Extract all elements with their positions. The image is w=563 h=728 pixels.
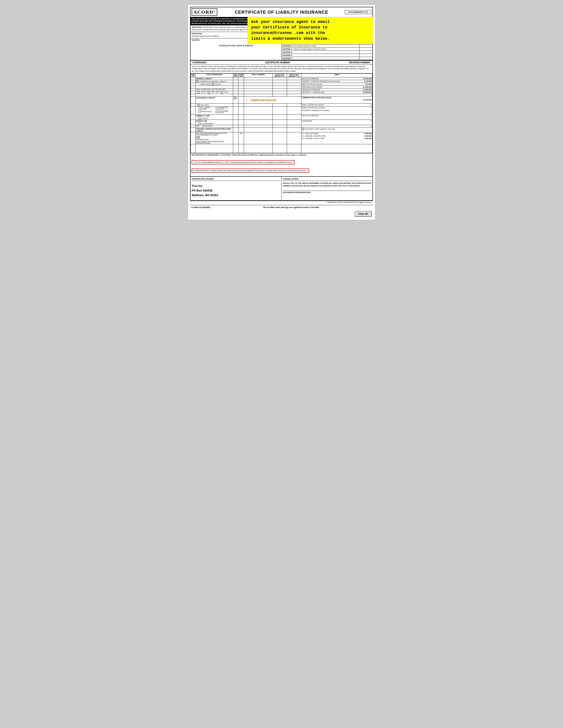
blank-auto-value: $ [371, 112, 372, 114]
el-disease-ea-label: E.L. DISEASE - EA EMPLOYEE [302, 135, 326, 137]
wc-subr [238, 128, 244, 132]
page: ACORD® CERTIFICATE OF LIABILITY INSURANC… [188, 4, 375, 220]
cert-holder-addr1: PO Box 540230 [192, 188, 280, 193]
gl-title: GENERAL LIABILITY [195, 77, 233, 80]
gl-each-occ: EACH OCCURRENCE $ 1,000,000 [302, 77, 373, 80]
ga-subr [238, 88, 244, 91]
el-disease-ea-value: $ 500,000 [365, 135, 372, 137]
gen-agg-label: GENERAL AGGREGATE [302, 89, 321, 91]
cm-type: CLAIMS-MADE OCCUR [195, 83, 233, 86]
br1-policy [244, 144, 273, 153]
bodily-acc-label: BODILY INJURY (Per accident) [302, 107, 325, 109]
aa-eff [273, 104, 287, 107]
ga-eff [273, 88, 287, 91]
occur-checkbox [212, 83, 214, 85]
pa-limits: PERSONAL & ADV INJURY $ 1,000,000 [302, 86, 373, 88]
aa-policy [244, 104, 273, 107]
wc-type: WORKERS COMPENSATION AND EMPLOYERS' LIAB… [195, 128, 233, 132]
um-addl [233, 114, 238, 120]
ex-policy [244, 120, 273, 125]
insurer-e-row: INSURER E : [282, 54, 373, 57]
os-addl [233, 107, 238, 114]
cert-holder-section: CERTIFICATE HOLDER Trux Inc PO Box 54023… [190, 176, 373, 200]
ex-insr [191, 120, 195, 125]
umbrella-row: UMBRELLA LIAB OCCUR EACH OCC [191, 114, 373, 120]
auto-insr [191, 97, 195, 104]
cert-description: THIS IS TO CERTIFY THAT THE POLICIES OF … [190, 65, 373, 74]
wcp-policy [244, 132, 273, 144]
aa-exp [287, 104, 302, 107]
auth-rep-label: AUTHORIZED REPRESENTATIVE [283, 191, 371, 193]
red-box-2: For BROKERS ONLY: "Brokers policy also r… [192, 169, 309, 173]
cgl-exp [287, 80, 302, 83]
ex-type: EXCESS LIAB CLAIMS-MADE [195, 120, 233, 125]
pp-type: POLICY PRO- JECT LOC [195, 91, 233, 94]
bgl-limits: $ [302, 94, 373, 97]
cgl-insr [191, 80, 195, 83]
hired-checkbox [198, 110, 201, 113]
pp-addl [233, 91, 238, 94]
wcp-limits: E.L. EACH ACCIDENT $ 500,000 E.L. DISEAS… [302, 132, 373, 144]
ga-policy [244, 88, 273, 91]
cm-insr [191, 83, 195, 86]
insurer-d-label: INSURER D : [282, 51, 359, 54]
wc-addl [233, 128, 238, 132]
ex-eff [273, 120, 287, 125]
acord-25-label: ACORD 25 (2010/05) [191, 206, 210, 208]
coverage-table: INSRLTR TYPE OF INSURANCE ADDLINSR SUBRW… [190, 73, 373, 153]
os-exp [287, 107, 302, 114]
insurer-f-label: INSURER F : [282, 57, 359, 60]
aa-addl [233, 104, 238, 107]
um-insr [191, 114, 195, 120]
pp-insr [191, 91, 195, 94]
yellow-line3: insurance@truxnow .com with the [251, 30, 370, 36]
br1-subr [238, 144, 244, 153]
each-occ-label: EACH OCCURRENCE [302, 78, 319, 80]
wc-title-row: WORKERS COMPENSATION AND EMPLOYERS' LIAB… [191, 128, 373, 132]
cancellation-title: CANCELLATION [283, 178, 371, 181]
cm-subr [238, 83, 244, 86]
cancellation-text: SHOULD ANY OF THE ABOVE DESCRIBED POLICI… [283, 182, 371, 187]
clear-all-button[interactable]: Clear All [355, 211, 372, 217]
gl-eff [273, 77, 287, 80]
ded-addl [233, 125, 238, 128]
bgl-eff [273, 94, 287, 97]
ex-subr [238, 120, 244, 125]
th-subr: SUBRWVD [238, 74, 244, 77]
el-disease-policy-label: E.L. DISEASE - POLICY LIMIT [302, 137, 325, 139]
ded-subr [238, 125, 244, 128]
cm-policy [244, 83, 273, 86]
acord-logo: ACORD® [192, 8, 217, 16]
gen-agg-value: $ 2,000,000 [363, 89, 372, 91]
header: ACORD® CERTIFICATE OF LIABILITY INSURANC… [190, 7, 373, 17]
th-exp: POLICY EXP(MM/DD/YYYY) [287, 74, 302, 77]
cert-holder-addr2: Waltham, MA 02451 [192, 193, 280, 198]
auto-title: AUTOMOBILE LIABILITY [195, 97, 233, 104]
pa-insr [191, 86, 195, 88]
pa-addl [233, 86, 238, 88]
auto-addl: X [233, 97, 238, 104]
insurer-c-label: INSURER C : Workers Compensation Insuran… [282, 47, 359, 51]
ded-eff [273, 125, 287, 128]
ex-exp [287, 120, 302, 125]
auto-subr [238, 97, 244, 104]
th-addl: ADDLINSR [233, 74, 238, 77]
revision-number-label: REVISION NUMBER: [349, 61, 371, 64]
insurer-f-naic [359, 57, 373, 60]
insurer-e-label: INSURER E : [282, 54, 359, 57]
um-type: UMBRELLA LIAB OCCUR [195, 114, 233, 120]
insurer-d-row: INSURER D : [282, 51, 373, 54]
operations-section: DESCRIPTION OF OPERATIONS / LOCATIONS / … [190, 153, 373, 175]
policy-checkbox [197, 91, 199, 94]
th-insr: INSRLTR [191, 74, 195, 77]
aa-subr [238, 104, 244, 107]
wcp-addl [233, 132, 238, 144]
pp-subr [238, 91, 244, 94]
insurer-d-naic [359, 51, 373, 54]
auto-title-row: AUTOMOBILE LIABILITY X ← Additional Insu… [191, 97, 373, 104]
ded-insr [191, 125, 195, 128]
blank-gl-row: $ [191, 94, 373, 97]
insurer-c-row: INSURER C : Workers Compensation Insuran… [282, 47, 373, 51]
blank-um-value: $ [371, 125, 372, 127]
med-exp-value: $ 10,000 [366, 83, 372, 85]
